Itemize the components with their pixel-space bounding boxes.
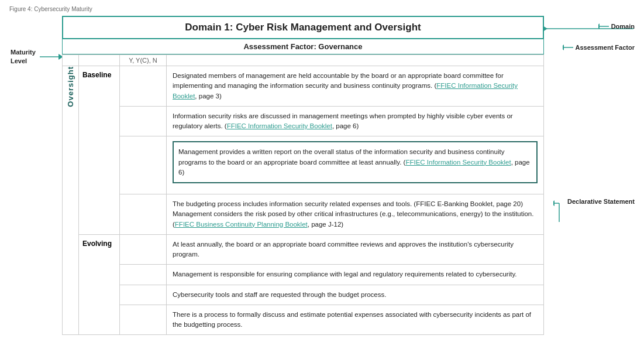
- ycyn-cell: [120, 106, 167, 136]
- ycyn-cell: [120, 136, 167, 194]
- maturity-level-arrow: [40, 51, 63, 63]
- table-row: There is a process to formally discuss a…: [63, 305, 544, 335]
- link-ffiec-4[interactable]: FFIEC Business Continuity Planning Bookl…: [175, 221, 308, 228]
- table-row: The budgeting process includes informati…: [63, 194, 544, 235]
- ycyn-header: Y, Y(C), N: [120, 55, 167, 66]
- table-row: Cybersecurity tools and staff are reques…: [63, 285, 544, 305]
- table-row: Management provides a written report on …: [63, 136, 544, 194]
- content-cell-baseline-1: Designated members of management are hel…: [167, 66, 544, 107]
- baseline-level-cell: Baseline: [79, 66, 120, 235]
- ycyn-cell: [120, 285, 167, 305]
- oversight-label: Oversight: [66, 66, 75, 107]
- content-cell-baseline-3: Management provides a written report on …: [167, 136, 544, 194]
- content-cell-evolving-2: Management is responsible for ensuring c…: [167, 265, 544, 285]
- content-cell-evolving-4: There is a process to formally discuss a…: [167, 305, 544, 335]
- svg-marker-5: [598, 23, 600, 29]
- ycyn-cell: [120, 66, 167, 107]
- link-ffiec-2[interactable]: FFIEC Information Security Booklet: [227, 122, 332, 129]
- oversight-cell: Oversight: [63, 66, 79, 335]
- figure-caption: Figure 4: Cybersecurity Maturity: [9, 6, 635, 12]
- svg-marker-7: [563, 45, 564, 50]
- content-cell-baseline-4: The budgeting process includes informati…: [167, 194, 544, 235]
- assessment-factor-arrow: [563, 43, 573, 52]
- ycyn-cell: [120, 194, 167, 235]
- table-row: Management is responsible for ensuring c…: [63, 265, 544, 285]
- ycyn-cell: [120, 265, 167, 285]
- link-ffiec-3[interactable]: FFIEC Information Security Booklet: [405, 159, 511, 166]
- declarative-statement-annotation: Declarative Statement: [553, 197, 635, 222]
- maturity-level-label: Maturity Level: [11, 48, 36, 66]
- svg-marker-10: [553, 200, 555, 206]
- domain-annotation-arrow: [598, 22, 609, 31]
- table-row: Evolving At least annually, the board or…: [63, 234, 544, 265]
- domain-annotation: Domain: [598, 22, 635, 31]
- domain-title: Domain 1: Cyber Risk Management and Over…: [63, 17, 543, 38]
- content-cell-evolving-3: Cybersecurity tools and staff are reques…: [167, 285, 544, 305]
- evolving-level-cell: Evolving: [79, 234, 120, 335]
- assessment-factor-header: Assessment Factor: Governance: [62, 39, 544, 54]
- table-row: Oversight Baseline Designated members of…: [63, 66, 544, 107]
- assessment-factor-annotation-label: Assessment Factor: [576, 43, 635, 52]
- declarative-statement-arrow: [553, 199, 565, 222]
- table-row: Information security risks are discussed…: [63, 106, 544, 136]
- highlighted-statement: Management provides a written report on …: [173, 141, 538, 183]
- ycyn-cell: [120, 305, 167, 335]
- declarative-statement-annotation-label: Declarative Statement: [567, 197, 635, 206]
- assessment-factor-annotation: Assessment Factor: [563, 43, 635, 52]
- link-ffiec-1[interactable]: FFIEC Information Security Booklet: [173, 82, 518, 99]
- domain-annotation-label: Domain: [611, 23, 635, 30]
- table-header-row: Y, Y(C), N: [63, 55, 544, 66]
- content-cell-evolving-1: At least annually, the board or an appro…: [167, 234, 544, 265]
- content-cell-baseline-2: Information security risks are discussed…: [167, 106, 544, 136]
- ycyn-cell: [120, 234, 167, 265]
